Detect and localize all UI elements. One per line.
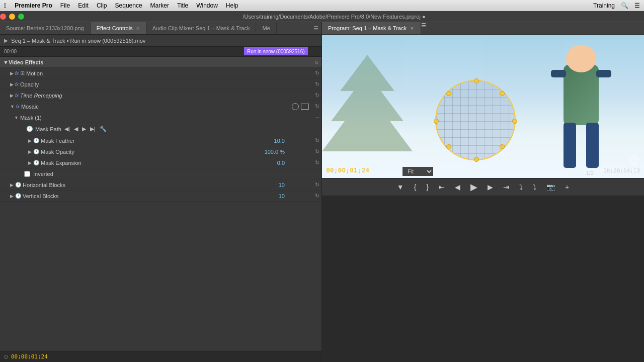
ec-clip-label[interactable]: Run in snow (000592516) [244,47,308,55]
app-name: Premiere Pro [15,2,52,9]
out-point-button[interactable]: } [423,181,432,193]
mask-path-btn-next[interactable]: ▶| [89,126,97,132]
h-blocks-value[interactable]: 10 [279,182,285,188]
effect-row-motion[interactable]: ▶ fx ⊞ Motion ↻ [0,68,321,79]
mask1-badge [315,117,319,118]
export-frame-button[interactable]: 📷 [543,181,558,193]
video-effects-arrow[interactable]: ▼ [3,59,9,65]
mask-handle-bottom[interactable] [474,157,479,162]
step-back-button[interactable]: ◀ [452,181,463,193]
video-effects-label: Video Effects [9,59,44,65]
effect-row-mask1[interactable]: ▼ Mask (1) [0,112,321,123]
mask-handle-left[interactable] [434,119,439,124]
menu-sequence[interactable]: Sequence [115,2,142,9]
menu-help[interactable]: Help [226,2,238,9]
mask-feather-value[interactable]: 10.0 [274,138,285,144]
maximize-button[interactable] [18,14,24,20]
reset-v-blocks[interactable]: ↻ [315,193,319,199]
tab-program[interactable]: Program: Seq 1 – Mask & Track ▼ [322,22,421,34]
left-panel-menu[interactable]: ☰ [310,22,321,34]
reset-motion[interactable]: ↻ [315,70,319,76]
effect-row-mask-feather[interactable]: ▶ 🕐 Mask Feather 10.0 ↻ [0,135,321,146]
tab-effect-controls[interactable]: Effect Controls ✕ [91,22,146,34]
program-tab-chevron[interactable]: ▼ [410,26,415,31]
menu-file[interactable]: File [60,2,70,9]
panel-options-icon[interactable]: ↻ [314,60,318,65]
main-layout: Source: Berries 2133x1200.png Effect Con… [0,22,644,362]
in-point-button[interactable]: { [411,181,420,193]
reset-mask-opacity[interactable]: ↻ [315,148,319,155]
mask-path-btn-tool[interactable]: 🔧 [99,126,108,132]
shape-rect[interactable] [301,104,309,110]
mask-expansion-value[interactable]: 0.0 [277,160,285,166]
search-icon[interactable]: 🔍 [621,2,628,9]
timecode-bar: 00;00;01;24 [0,351,321,362]
mask-handle-bl[interactable] [446,144,451,149]
clock-icon: 🕐 [26,126,33,132]
close-button[interactable] [0,14,6,20]
reset-mask-feather[interactable]: ↻ [315,137,319,144]
marker-button[interactable]: ▼ [394,181,407,193]
minimize-button[interactable] [9,14,15,20]
menu-window[interactable]: Window [196,2,218,9]
feather-clock: 🕐 [33,138,39,143]
reset-time-remapping[interactable]: ↻ [315,92,319,99]
mask-path-btn-add[interactable]: ▶ [81,126,87,132]
mask-handle-right[interactable] [512,119,517,124]
effect-controls-close[interactable]: ✕ [136,26,140,31]
fit-dropdown[interactable]: Fit 25% 50% 100% [403,167,433,176]
mask-path-btn-prev[interactable]: ◀ [73,126,79,132]
menu-title[interactable]: Title [177,2,188,9]
effect-row-h-blocks[interactable]: ▶ 🕐 Horizontal Blocks 10 ↻ [0,179,321,191]
insert-button[interactable]: ⤵ [516,181,526,193]
menu-clip[interactable]: Clip [97,2,107,9]
mosaic-mask-overlay[interactable] [435,80,516,160]
play-button[interactable]: ▶ [467,179,480,195]
mask-handle-tr[interactable] [500,91,505,96]
effect-row-opacity[interactable]: ▶ fx Opacity ↻ [0,79,321,90]
status-dot [4,355,8,359]
tab-source[interactable]: Source: Berries 2133x1200.png [0,22,91,34]
inverted-checkbox[interactable] [24,171,30,177]
seq-play-btn[interactable]: ▶ [4,38,8,43]
effect-row-mosaic[interactable]: ▼ fx Mosaic ↻ [0,101,321,112]
reset-opacity[interactable]: ↻ [315,81,319,87]
go-out-button[interactable]: ⇥ [500,181,512,193]
effect-rows: ▶ fx ⊞ Motion ↻ ▶ fx Opacity ↻ ▶ [0,68,321,351]
expansion-clock: 🕐 [33,160,39,165]
reset-mask-expansion[interactable]: ↻ [315,159,319,166]
effect-row-mask-opacity[interactable]: ▶ 🕐 Mask Opacity 100.0 % ↻ [0,146,321,157]
mask-opacity-value[interactable]: 100.0 % [265,149,285,155]
effect-row-time-remapping[interactable]: ▶ fx Time Remapping ↻ [0,90,321,101]
menu-edit[interactable]: Edit [78,2,89,9]
reset-h-blocks[interactable]: ↻ [315,182,319,188]
ec-current-timecode[interactable]: 00;00;01;24 [11,353,48,360]
step-fwd-button[interactable]: ▶ [485,181,496,193]
menu-marker[interactable]: Marker [150,2,169,9]
program-panel-menu[interactable]: ☰ [421,22,426,34]
inverted-label: Inverted [33,171,53,177]
mask-handle-tl[interactable] [446,91,451,96]
sequence-label-row: ▶ Seq 1 – Mask & Track • Run in snow (00… [0,35,321,47]
mask-path-btn-start[interactable]: ◀| [63,126,71,132]
v-blocks-value[interactable]: 10 [279,193,285,199]
overwrite-button[interactable]: ⤵ [530,181,539,193]
apple-menu[interactable]:  [4,2,7,10]
add-button[interactable]: + [562,181,572,193]
list-icon[interactable]: ☰ [634,2,640,9]
effect-controls-panel: ▶ Seq 1 – Mask & Track • Run in snow (00… [0,35,321,362]
monitor-controls: ▼ { } ⇤ ◀ ▶ ▶ ⇥ ⤵ ⤵ 📷 + [322,178,644,196]
power-icon: ⏻ [597,154,639,166]
tab-audio-clip-mixer[interactable]: Audio Clip Mixer: Seq 1 – Mask & Track [146,22,257,34]
shape-circle[interactable] [292,103,299,110]
reset-mosaic[interactable]: ↻ [315,103,319,110]
hblocks-clock: 🕐 [15,182,21,188]
go-in-button[interactable]: ⇤ [436,181,448,193]
mask-handle-top[interactable] [474,78,479,83]
effect-row-v-blocks[interactable]: ▶ 🕐 Vertical Blocks 10 ↻ [0,191,321,202]
left-panel: Source: Berries 2133x1200.png Effect Con… [0,22,322,362]
tab-me[interactable]: Me [256,22,276,34]
effect-row-mask-expansion[interactable]: ▶ 🕐 Mask Expansion 0.0 ↻ [0,157,321,168]
mask-handle-br[interactable] [500,144,505,149]
effect-row-inverted: Inverted [0,168,321,179]
